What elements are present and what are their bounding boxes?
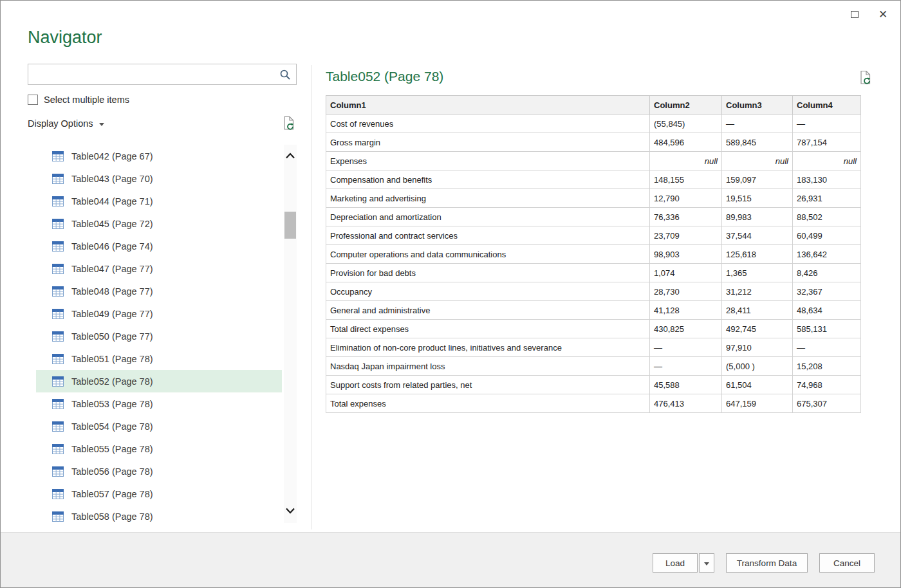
table-cell: 136,642 bbox=[793, 245, 861, 264]
table-cell: 183,130 bbox=[793, 170, 861, 189]
table-cell: Compensation and benefits bbox=[326, 170, 650, 189]
table-grid-icon bbox=[52, 264, 64, 274]
footer-bar: Load Transform Data Cancel bbox=[1, 532, 901, 588]
table-row: Provision for bad debts1,0741,3658,426 bbox=[326, 264, 861, 282]
table-cell: null bbox=[722, 152, 793, 170]
table-cell: 492,745 bbox=[722, 320, 793, 338]
refresh-preview-icon[interactable] bbox=[859, 70, 872, 88]
table-row: Professional and contract services23,709… bbox=[326, 226, 861, 245]
table-cell: 88,502 bbox=[793, 208, 861, 226]
list-item[interactable]: Table053 (Page 78) bbox=[36, 392, 282, 415]
list-scrollbar[interactable] bbox=[284, 145, 297, 523]
table-cell: 675,307 bbox=[793, 394, 861, 413]
search-input[interactable] bbox=[28, 64, 274, 84]
table-cell: 148,155 bbox=[650, 170, 722, 189]
display-options-dropdown[interactable]: Display Options bbox=[28, 118, 104, 129]
table-grid-icon bbox=[52, 331, 64, 342]
column-header[interactable]: Column1 bbox=[326, 96, 650, 115]
chevron-down-icon bbox=[99, 123, 104, 126]
list-item[interactable]: Table057 (Page 78) bbox=[36, 482, 282, 505]
scroll-down-icon[interactable] bbox=[284, 506, 296, 515]
table-cell: 23,709 bbox=[650, 226, 722, 245]
table-grid-icon bbox=[52, 489, 64, 499]
cancel-button[interactable]: Cancel bbox=[819, 553, 875, 573]
list-item-label: Table047 (Page 77) bbox=[71, 264, 153, 274]
navigator-dialog: ✕ Navigator Select multiple items Displa… bbox=[0, 0, 901, 588]
column-header[interactable]: Column4 bbox=[793, 96, 861, 115]
table-cell: 19,515 bbox=[722, 189, 793, 208]
table-cell: Cost of revenues bbox=[326, 115, 650, 133]
table-grid-icon bbox=[52, 466, 64, 477]
table-cell: 37,544 bbox=[722, 226, 793, 245]
list-item[interactable]: Table045 (Page 72) bbox=[36, 212, 282, 235]
list-item[interactable]: Table058 (Page 78) bbox=[36, 505, 282, 528]
table-cell: 430,825 bbox=[650, 320, 722, 338]
preview-table: Column1Column2Column3Column4 Cost of rev… bbox=[326, 95, 861, 413]
table-cell: Computer operations and data communicati… bbox=[326, 245, 650, 264]
table-cell: 45,588 bbox=[650, 376, 722, 394]
table-cell: 787,154 bbox=[793, 133, 861, 152]
table-grid-icon bbox=[52, 376, 64, 387]
select-multiple-label: Select multiple items bbox=[44, 95, 129, 105]
table-row: Elimination of non-core product lines, i… bbox=[326, 338, 861, 357]
column-header[interactable]: Column2 bbox=[650, 96, 722, 115]
list-item-label: Table046 (Page 74) bbox=[71, 241, 153, 252]
close-button[interactable]: ✕ bbox=[873, 6, 893, 23]
dialog-title: Navigator bbox=[28, 28, 102, 48]
list-item[interactable]: Table052 (Page 78) bbox=[36, 370, 282, 392]
load-dropdown-button[interactable] bbox=[699, 553, 714, 573]
list-item[interactable]: Table046 (Page 74) bbox=[36, 235, 282, 257]
table-cell: 60,499 bbox=[793, 226, 861, 245]
table-cell: Marketing and advertising bbox=[326, 189, 650, 208]
table-row: Support costs from related parties, net4… bbox=[326, 376, 861, 394]
list-item-label: Table042 (Page 67) bbox=[71, 151, 153, 161]
list-item[interactable]: Table048 (Page 77) bbox=[36, 280, 282, 302]
list-item[interactable]: Table051 (Page 78) bbox=[36, 347, 282, 370]
table-cell: 97,910 bbox=[722, 338, 793, 357]
table-grid-icon bbox=[52, 286, 64, 297]
table-cell: null bbox=[650, 152, 722, 170]
table-grid-icon bbox=[52, 309, 64, 319]
scroll-up-icon[interactable] bbox=[284, 151, 296, 160]
table-row: Expensesnullnullnull bbox=[326, 152, 861, 170]
refresh-preview-icon[interactable] bbox=[283, 116, 295, 134]
table-cell: 41,128 bbox=[650, 301, 722, 320]
scrollbar-thumb[interactable] bbox=[284, 212, 296, 239]
table-cell: 8,426 bbox=[793, 264, 861, 282]
list-item-label: Table054 (Page 78) bbox=[71, 421, 153, 432]
select-multiple-checkbox[interactable] bbox=[28, 95, 38, 105]
table-cell: 98,903 bbox=[650, 245, 722, 264]
transform-data-button[interactable]: Transform Data bbox=[726, 553, 808, 573]
table-cell: 32,367 bbox=[793, 282, 861, 301]
chevron-down-icon bbox=[704, 562, 709, 565]
table-row: Compensation and benefits148,155159,0971… bbox=[326, 170, 861, 189]
table-cell: 476,413 bbox=[650, 394, 722, 413]
list-item[interactable]: Table055 (Page 78) bbox=[36, 437, 282, 460]
load-button[interactable]: Load bbox=[653, 553, 698, 573]
table-row: Nasdaq Japan impairment loss—(5,000 )15,… bbox=[326, 357, 861, 376]
table-cell: Expenses bbox=[326, 152, 650, 170]
list-item[interactable]: Table042 (Page 67) bbox=[36, 145, 282, 167]
table-cell: (5,000 ) bbox=[722, 357, 793, 376]
table-grid-icon bbox=[52, 196, 64, 207]
table-cell: 484,596 bbox=[650, 133, 722, 152]
list-item[interactable]: Table056 (Page 78) bbox=[36, 460, 282, 482]
table-cell: 589,845 bbox=[722, 133, 793, 152]
list-item[interactable]: Table054 (Page 78) bbox=[36, 415, 282, 437]
column-header[interactable]: Column3 bbox=[722, 96, 793, 115]
maximize-button[interactable] bbox=[845, 6, 864, 23]
list-item[interactable]: Table050 (Page 77) bbox=[36, 325, 282, 347]
maximize-icon bbox=[851, 11, 859, 18]
list-item[interactable]: Table047 (Page 77) bbox=[36, 257, 282, 280]
table-cell: Support costs from related parties, net bbox=[326, 376, 650, 394]
list-item[interactable]: Table043 (Page 70) bbox=[36, 167, 282, 190]
list-item[interactable]: Table049 (Page 77) bbox=[36, 302, 282, 325]
search-icon[interactable] bbox=[279, 69, 292, 84]
table-cell: Depreciation and amortization bbox=[326, 208, 650, 226]
list-item-label: Table043 (Page 70) bbox=[71, 174, 153, 184]
table-cell: 89,983 bbox=[722, 208, 793, 226]
table-cell: — bbox=[793, 115, 861, 133]
list-item-label: Table044 (Page 71) bbox=[71, 196, 153, 207]
list-item[interactable]: Table044 (Page 71) bbox=[36, 190, 282, 212]
list-item-label: Table045 (Page 72) bbox=[71, 219, 153, 229]
